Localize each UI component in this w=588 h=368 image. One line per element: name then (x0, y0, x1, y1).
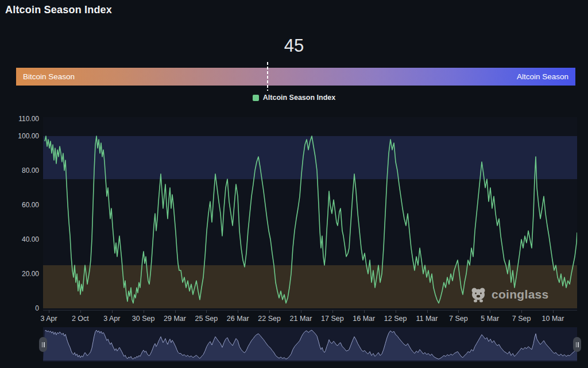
x-axis-tick (238, 310, 238, 313)
season-gauge-bar: Bitcoin Season Altcoin Season (16, 68, 575, 86)
y-axis-label: 60.00 (5, 201, 39, 209)
x-axis-label: 30 Sep (132, 315, 155, 323)
navigator-area-chart (43, 327, 577, 362)
y-axis-label: 80.00 (5, 166, 39, 175)
y-axis-label: 100.00 (5, 132, 39, 140)
x-axis-label: 29 Mar (164, 315, 186, 323)
range-navigator[interactable] (43, 327, 577, 362)
altcoin-season-label: Altcoin Season (517, 68, 568, 86)
page-title: Altcoin Season Index (5, 4, 112, 16)
x-axis-tick (144, 310, 144, 313)
x-axis-label: 10 Mar (542, 315, 564, 323)
x-axis-tick (490, 310, 490, 313)
x-axis-line (43, 310, 577, 311)
x-axis-tick (521, 310, 522, 313)
x-axis-tick (301, 310, 301, 313)
x-axis-tick (112, 310, 113, 313)
x-axis-tick (206, 310, 207, 313)
x-axis-tick (427, 310, 428, 313)
x-axis-label: 16 Mar (353, 315, 375, 323)
x-axis-tick (80, 310, 81, 313)
x-axis-label: 3 Apr (40, 315, 57, 323)
x-axis-tick (458, 310, 459, 313)
bitcoin-season-label: Bitcoin Season (23, 68, 75, 86)
x-axis-tick (553, 310, 554, 313)
x-axis-label: 21 Mar (290, 315, 312, 323)
x-axis-tick (332, 310, 333, 313)
coinglass-watermark: coinglass (470, 286, 549, 303)
gauge-marker-line (267, 62, 268, 91)
x-axis-tick (175, 310, 176, 313)
gauge-current-value: 45 (0, 36, 588, 56)
navigator-right-handle[interactable] (573, 337, 581, 352)
x-axis-tick (49, 310, 49, 313)
x-axis-label: 7 Sep (449, 315, 468, 323)
x-axis-tick (396, 310, 396, 313)
x-axis-label: 25 Sep (195, 315, 218, 323)
navigator-left-handle[interactable] (39, 337, 47, 352)
legend-label: Altcoin Season Index (263, 94, 335, 102)
x-axis-label: 26 Mar (227, 315, 249, 323)
x-axis-tick (269, 310, 270, 313)
x-axis-label: 22 Sep (258, 315, 281, 323)
legend-swatch-icon (253, 95, 259, 101)
y-axis-label: 0 (5, 304, 39, 312)
x-axis-label: 17 Sep (321, 315, 344, 323)
coinglass-watermark-text: coinglass (492, 288, 549, 301)
y-axis-label: 40.00 (5, 235, 39, 243)
legend-item-altcoin-season-index[interactable]: Altcoin Season Index (0, 94, 588, 102)
main-line-chart[interactable] (43, 117, 577, 310)
coinglass-bear-icon (470, 286, 487, 303)
y-axis-label: 20.00 (5, 270, 39, 278)
x-axis-label: 7 Sep (512, 315, 531, 323)
x-axis-label: 3 Apr (103, 315, 120, 323)
x-axis-tick (364, 310, 365, 313)
x-axis-label: 2 Oct (72, 315, 89, 323)
x-axis-label: 12 Sep (384, 315, 407, 323)
y-axis-label: 110.00 (5, 115, 39, 123)
altcoin-season-index-page: Altcoin Season Index 45 Bitcoin Season A… (0, 0, 588, 368)
x-axis-label: 5 Mar (481, 315, 499, 323)
x-axis-label: 11 Mar (416, 315, 438, 323)
